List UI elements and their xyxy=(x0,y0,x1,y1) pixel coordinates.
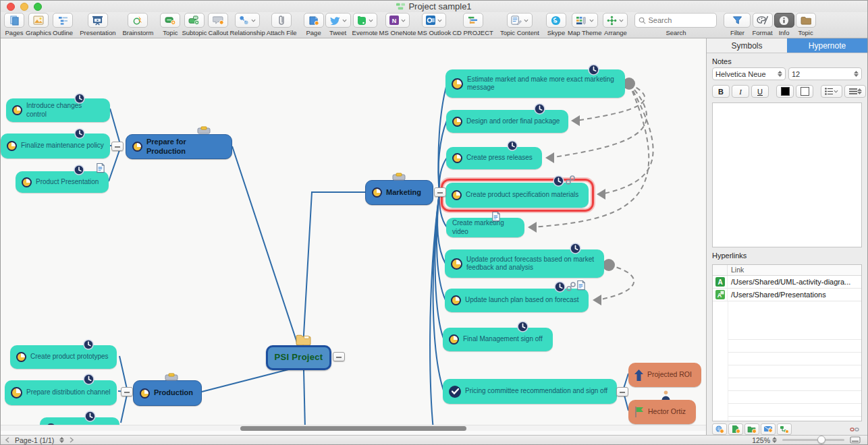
hyperlink-row[interactable]: /Users/Shared/UML-activity-diagra... xyxy=(713,276,861,289)
highlight-color-button[interactable] xyxy=(796,85,813,98)
zoom-stepper[interactable] xyxy=(772,437,777,443)
italic-button[interactable]: I xyxy=(732,85,749,98)
topic-design-order-package[interactable]: Design and order final package xyxy=(446,110,568,133)
notes-textarea[interactable] xyxy=(712,102,862,247)
topic-create-marketing-video[interactable]: Create marketing video xyxy=(446,218,524,237)
add-mail-link-button[interactable] xyxy=(761,423,776,435)
outlook-icon xyxy=(426,16,435,25)
collapse-button[interactable] xyxy=(616,387,628,396)
horizontal-scrollbar[interactable] xyxy=(1,425,706,431)
toolbar-button-ms-onenote[interactable]: NMS OneNote xyxy=(379,13,416,36)
text-color-button[interactable] xyxy=(776,85,794,98)
font-family-select[interactable]: Helvetica Neue xyxy=(712,67,786,80)
toolbar-button-topic[interactable]: Topic xyxy=(160,13,180,36)
collapse-button[interactable] xyxy=(121,387,133,396)
toolbar-button-presentation[interactable]: Presentation xyxy=(80,13,115,36)
toolbar-button-topic-panel[interactable]: Topic xyxy=(796,13,816,36)
main-topic-marketing[interactable]: Marketing xyxy=(365,180,433,205)
topic-create-press-releases[interactable]: Create press releases xyxy=(446,147,542,169)
hyperlinks-table[interactable]: Link /Users/Shared/UML-activity-diagra..… xyxy=(712,264,862,421)
toolbar-button-graphics[interactable]: Graphics xyxy=(26,13,51,36)
add-folder-link-button[interactable] xyxy=(744,423,759,435)
resource-projected-roi[interactable]: Projected ROI xyxy=(628,363,701,387)
underline-button[interactable]: U xyxy=(751,85,769,98)
remove-link-icon[interactable] xyxy=(847,423,862,435)
toolbar-button-ms-outlook[interactable]: MS Outlook xyxy=(418,13,452,36)
topic-introduce-changes-control[interactable]: Introduce changes control xyxy=(6,98,110,122)
toolbar-button-pages[interactable]: Pages xyxy=(4,13,24,36)
zoom-button[interactable] xyxy=(34,3,42,11)
topic-pricing-committee[interactable]: Pricing committee recommendation and sig… xyxy=(443,379,617,404)
toolbar-button-attach-file[interactable]: Attach File xyxy=(267,13,297,36)
toolbar-button-evernote[interactable]: Evernote xyxy=(352,13,378,36)
clock-badge-icon xyxy=(570,243,581,254)
scrollbar-thumb[interactable] xyxy=(240,426,466,431)
excel-file-icon xyxy=(715,277,725,287)
zoom-slider[interactable] xyxy=(782,439,844,441)
toolbar-button-filter[interactable]: Filter xyxy=(724,13,751,36)
central-topic-psi-project[interactable]: PSI Project xyxy=(266,345,331,370)
close-button[interactable] xyxy=(7,3,15,11)
resource-hector-ortiz[interactable]: Hector Ortiz xyxy=(628,400,696,424)
main-topic-production[interactable]: Production xyxy=(133,380,202,406)
add-web-link-button[interactable] xyxy=(712,423,727,435)
toolbar-button-relationship[interactable]: Relationship xyxy=(229,13,265,36)
chevron-down-icon xyxy=(834,90,838,93)
toolbar-button-arrange[interactable]: Arrange xyxy=(603,13,628,36)
toolbar-button-topic-content[interactable]: Topic Content xyxy=(500,13,539,36)
clock-pie-icon xyxy=(12,105,22,115)
list-style-button[interactable] xyxy=(821,85,842,98)
fit-page-icon[interactable] xyxy=(850,436,861,444)
font-size-stepper[interactable]: 12 xyxy=(788,67,862,80)
toolbar-button-subtopic[interactable]: Subtopic xyxy=(182,13,207,36)
excel-app-icon xyxy=(715,290,725,299)
bold-button[interactable]: B xyxy=(712,85,730,98)
topic-update-launch-plan[interactable]: Update launch plan based on forecast xyxy=(445,289,589,312)
collapse-button[interactable] xyxy=(333,352,345,361)
connector-layer xyxy=(1,38,707,435)
prev-page-icon[interactable] xyxy=(5,437,9,443)
toolbar-button-cd-project[interactable]: CD PROJECT xyxy=(452,13,493,36)
add-topic-link-button[interactable] xyxy=(777,423,792,435)
toolbar-button-page[interactable]: Page xyxy=(304,13,324,36)
collapse-button[interactable] xyxy=(111,142,124,151)
clock-badge-icon xyxy=(84,411,96,422)
hyperlink-row[interactable]: /Users/Shared/Presentations xyxy=(713,289,861,301)
tab-hypernote[interactable]: Hypernote xyxy=(787,38,867,53)
mindmap-canvas[interactable]: PSI Project Prepare for Production Marke… xyxy=(1,38,707,435)
line-spacing-button[interactable] xyxy=(844,85,866,98)
toolbar-button-callout[interactable]: Callout xyxy=(208,13,228,36)
main-topic-prepare-for-production[interactable]: Prepare for Production xyxy=(126,134,232,159)
toolbar-button-tweet[interactable]: Tweet xyxy=(325,13,351,36)
page-indicator: Page-1 (1/1) xyxy=(15,436,54,444)
add-file-link-button[interactable] xyxy=(728,423,743,435)
notes-label: Notes xyxy=(712,57,862,65)
tab-symbols[interactable]: Symbols xyxy=(707,38,787,53)
page-stepper[interactable] xyxy=(59,437,64,443)
topic-create-product-specification[interactable]: Create product specification materials xyxy=(445,183,589,208)
clipboard-badge-icon xyxy=(197,126,211,134)
toolbar-button-brainstorm[interactable]: Brainstorm xyxy=(122,13,153,36)
toolbar-button-outline[interactable]: Outline xyxy=(53,13,73,36)
clock-pie-icon xyxy=(16,352,26,362)
topic-create-product-prototypes[interactable]: Create product prototypes xyxy=(10,345,117,369)
topic-prepare-distribution-channel[interactable]: Prepare distribution channel xyxy=(5,380,117,405)
search-input[interactable] xyxy=(648,16,709,24)
arrange-icon xyxy=(607,16,617,26)
topic-product-presentation[interactable]: Product Presentation xyxy=(16,171,109,193)
chevron-down-icon xyxy=(524,19,528,22)
clock-pie-icon xyxy=(452,153,462,163)
clock-pie-icon xyxy=(7,141,17,151)
toolbar-button-info[interactable]: Info xyxy=(774,13,794,36)
collapse-button[interactable] xyxy=(434,187,446,197)
chevron-down-icon xyxy=(369,19,373,22)
topic-final-management-sign-off[interactable]: Final Management sign off xyxy=(443,328,553,351)
next-page-icon[interactable] xyxy=(70,437,74,443)
minimize-button[interactable] xyxy=(20,3,28,11)
toolbar-button-skype[interactable]: Skype xyxy=(546,13,566,36)
toolbar-button-map-theme[interactable]: Map Theme xyxy=(568,13,602,36)
toolbar-button-format[interactable]: Format xyxy=(752,13,772,36)
topic-finalize-maintenance-policy[interactable]: Finalize maintenance policy xyxy=(1,134,110,158)
presentation-icon xyxy=(92,16,103,26)
zoom-slider-thumb[interactable] xyxy=(817,436,825,444)
